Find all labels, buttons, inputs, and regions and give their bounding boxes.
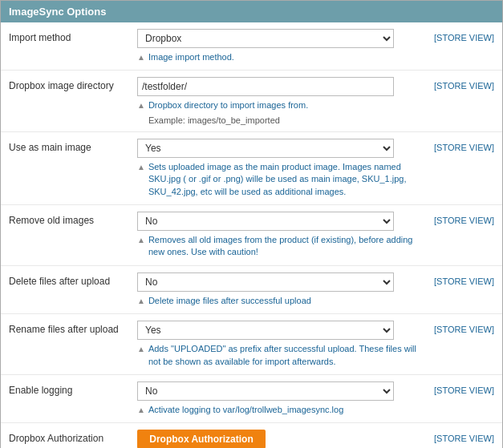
hint-rename-files-after-upload: ▲Adds "UPLOADED" as prefix after success…	[137, 343, 422, 368]
hint-triangle-icon: ▲	[137, 344, 145, 355]
control-col-use-as-main-image: YesNo▲Sets uploaded image as the main pr…	[137, 139, 422, 198]
panel-body: Import methodDropboxFTPLocal▲Image impor…	[1, 22, 502, 448]
store-col-rename-files-after-upload: [STORE VIEW]	[422, 321, 494, 335]
store-view-link-use-as-main-image[interactable]: [STORE VIEW]	[434, 143, 494, 152]
hint-text-dropbox-image-directory: Dropbox directory to import images from.	[148, 99, 308, 111]
store-view-link-rename-files-after-upload[interactable]: [STORE VIEW]	[434, 325, 494, 334]
imagesync-options-panel: ImageSync Options Import methodDropboxFT…	[0, 0, 503, 448]
hint-remove-old-images: ▲Removes all old images from the product…	[137, 234, 422, 259]
select-import-method[interactable]: DropboxFTPLocal	[137, 29, 394, 48]
label-remove-old-images: Remove old images	[9, 212, 137, 226]
control-col-dropbox-authorization: Dropbox Authorization▲Click to go to the…	[137, 430, 422, 448]
hint-text-use-as-main-image: Sets uploaded image as the main product …	[148, 161, 422, 198]
settings-row-remove-old-images: Remove old imagesNoYes▲Removes all old i…	[1, 205, 502, 266]
store-view-link-enable-logging[interactable]: [STORE VIEW]	[434, 385, 494, 395]
control-col-delete-files-after-upload: NoYes▲Delete image files after successfu…	[137, 272, 422, 307]
label-dropbox-image-directory: Dropbox image directory	[9, 77, 137, 91]
control-col-dropbox-image-directory: ▲Dropbox directory to import images from…	[137, 77, 422, 124]
store-view-link-delete-files-after-upload[interactable]: [STORE VIEW]	[434, 276, 494, 286]
hint-enable-logging: ▲Activate logging to var/log/trollweb_im…	[137, 404, 422, 416]
store-view-link-dropbox-authorization[interactable]: [STORE VIEW]	[434, 434, 494, 443]
hint-extra-dropbox-image-directory: Example: images/to_be_imported	[137, 115, 422, 125]
store-view-link-import-method[interactable]: [STORE VIEW]	[434, 33, 494, 42]
store-col-dropbox-image-directory: [STORE VIEW]	[422, 77, 494, 91]
label-dropbox-authorization: Dropbox Authorization	[9, 430, 137, 444]
hint-triangle-icon: ▲	[137, 162, 145, 173]
store-view-link-remove-old-images[interactable]: [STORE VIEW]	[434, 216, 494, 225]
store-col-dropbox-authorization: [STORE VIEW]	[422, 430, 494, 444]
select-rename-files-after-upload[interactable]: YesNo	[137, 321, 394, 340]
settings-row-dropbox-image-directory: Dropbox image directory▲Dropbox director…	[1, 71, 502, 131]
store-col-enable-logging: [STORE VIEW]	[422, 381, 494, 396]
label-import-method: Import method	[9, 29, 137, 43]
settings-row-import-method: Import methodDropboxFTPLocal▲Image impor…	[1, 22, 502, 71]
settings-row-use-as-main-image: Use as main imageYesNo▲Sets uploaded ima…	[1, 132, 502, 205]
store-view-link-dropbox-image-directory[interactable]: [STORE VIEW]	[434, 81, 494, 91]
hint-text-import-method: Image import method.	[148, 51, 234, 63]
button-dropbox-authorization[interactable]: Dropbox Authorization	[137, 430, 266, 448]
store-col-use-as-main-image: [STORE VIEW]	[422, 139, 494, 153]
hint-triangle-icon: ▲	[137, 52, 145, 63]
hint-text-enable-logging: Activate logging to var/log/trollweb_ima…	[148, 404, 343, 416]
hint-use-as-main-image: ▲Sets uploaded image as the main product…	[137, 161, 422, 198]
store-col-delete-files-after-upload: [STORE VIEW]	[422, 272, 494, 287]
settings-row-rename-files-after-upload: Rename files after uploadYesNo▲Adds "UPL…	[1, 314, 502, 375]
control-col-enable-logging: NoYes▲Activate logging to var/log/trollw…	[137, 381, 422, 416]
hint-dropbox-image-directory: ▲Dropbox directory to import images from…	[137, 99, 422, 111]
select-remove-old-images[interactable]: NoYes	[137, 212, 394, 231]
hint-import-method: ▲Image import method.	[137, 51, 422, 63]
hint-text-rename-files-after-upload: Adds "UPLOADED" as prefix after successf…	[148, 343, 422, 368]
control-col-remove-old-images: NoYes▲Removes all old images from the pr…	[137, 212, 422, 259]
hint-triangle-icon: ▲	[137, 235, 145, 246]
hint-delete-files-after-upload: ▲Delete image files after successful upl…	[137, 295, 422, 307]
hint-triangle-icon: ▲	[137, 405, 145, 416]
hint-triangle-icon: ▲	[137, 296, 145, 307]
hint-text-remove-old-images: Removes all old images from the product …	[148, 234, 422, 259]
control-col-import-method: DropboxFTPLocal▲Image import method.	[137, 29, 422, 63]
store-col-import-method: [STORE VIEW]	[422, 29, 494, 43]
hint-triangle-icon: ▲	[137, 100, 145, 111]
label-rename-files-after-upload: Rename files after upload	[9, 321, 137, 335]
label-delete-files-after-upload: Delete files after upload	[9, 272, 137, 287]
settings-row-enable-logging: Enable loggingNoYes▲Activate logging to …	[1, 375, 502, 423]
label-enable-logging: Enable logging	[9, 381, 137, 396]
panel-header: ImageSync Options	[1, 1, 502, 22]
select-enable-logging[interactable]: NoYes	[137, 381, 394, 401]
control-col-rename-files-after-upload: YesNo▲Adds "UPLOADED" as prefix after su…	[137, 321, 422, 368]
settings-row-delete-files-after-upload: Delete files after uploadNoYes▲Delete im…	[1, 266, 502, 314]
store-col-remove-old-images: [STORE VIEW]	[422, 212, 494, 226]
hint-text-delete-files-after-upload: Delete image files after successful uplo…	[148, 295, 311, 307]
settings-row-dropbox-authorization: Dropbox AuthorizationDropbox Authorizati…	[1, 423, 502, 448]
select-delete-files-after-upload[interactable]: NoYes	[137, 272, 394, 292]
select-use-as-main-image[interactable]: YesNo	[137, 139, 394, 158]
input-dropbox-image-directory[interactable]	[137, 77, 394, 96]
label-use-as-main-image: Use as main image	[9, 139, 137, 153]
panel-title: ImageSync Options	[9, 6, 106, 18]
